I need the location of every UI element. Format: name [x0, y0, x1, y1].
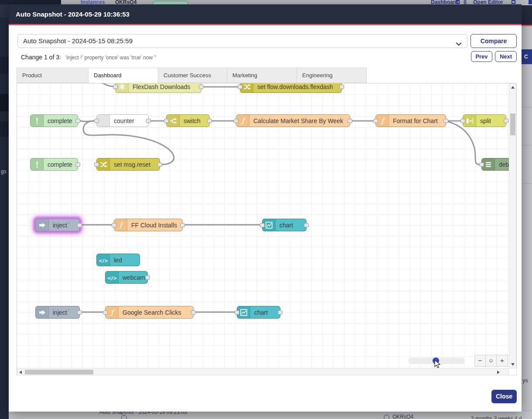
- zoom-slider[interactable]: [408, 357, 465, 364]
- input-port[interactable]: [103, 310, 108, 315]
- node-ffcloud[interactable]: ƒFF Cloud Installs: [114, 219, 183, 231]
- node-label: chart: [276, 222, 293, 229]
- snapshot-list-item[interactable]: Auto Snapshot - 2024-05-19 09:23:03: [99, 412, 187, 415]
- background-left-sidebar: gs: [0, 4, 9, 419]
- node-calc[interactable]: ƒCalculate Market Share By Week: [236, 114, 350, 127]
- tab-customer-success[interactable]: Customer Success: [158, 68, 227, 83]
- scroll-left-arrow-icon[interactable]: [19, 371, 22, 374]
- input-port[interactable]: [112, 223, 116, 227]
- clock-icon: [121, 415, 127, 419]
- external-link-icon: [456, 0, 460, 4]
- scroll-right-arrow-icon[interactable]: [497, 371, 500, 374]
- node-flexdash[interactable]: FlexDash Downloads: [115, 83, 201, 93]
- input-port[interactable]: [235, 310, 239, 315]
- output-port[interactable]: [278, 310, 283, 315]
- output-port[interactable]: [504, 119, 508, 123]
- input-port[interactable]: [460, 119, 465, 123]
- output-port[interactable]: [146, 119, 151, 123]
- background-sidebar-corner: [0, 0, 61, 4]
- node-counter[interactable]: counter: [96, 114, 149, 127]
- change-summary: Change 1 of 3: 'inject ¹' property 'once…: [21, 53, 156, 62]
- flow-canvas[interactable]: FlexDash Downloadsset flow.downloads.fle…: [17, 83, 509, 368]
- scroll-up-arrow-icon[interactable]: [511, 86, 515, 89]
- output-port[interactable]: [191, 310, 196, 315]
- output-port[interactable]: [75, 162, 80, 167]
- output-port[interactable]: [348, 119, 352, 123]
- node-chart1[interactable]: chart: [262, 219, 307, 231]
- node-led[interactable]: </>led: [96, 254, 140, 266]
- input-port[interactable]: [479, 162, 484, 167]
- output-port[interactable]: [145, 275, 150, 280]
- row-divider: [522, 183, 532, 184]
- node-label: debug: [495, 161, 509, 168]
- prev-change-button[interactable]: Prev: [471, 51, 492, 62]
- sidebar-block: [0, 57, 9, 74]
- tab-dashboard[interactable]: Dashboard: [89, 68, 158, 83]
- zoom-in-button[interactable]: +: [497, 355, 508, 366]
- horizontal-scroll-thumb[interactable]: [25, 370, 93, 374]
- tab-engineering[interactable]: Engineering: [297, 68, 367, 83]
- close-button[interactable]: Close: [491, 390, 517, 403]
- input-port[interactable]: [94, 119, 99, 123]
- scroll-down-arrow-icon[interactable]: [511, 363, 515, 366]
- node-switch[interactable]: switch: [166, 114, 210, 127]
- snapshot-select[interactable]: Auto Snapshot - 2024-05-15 08:25:59: [17, 34, 467, 48]
- flow-canvas-container: FlexDash Downloadsset flow.downloads.fle…: [17, 83, 517, 375]
- input-port[interactable]: [94, 162, 99, 167]
- node-gsc[interactable]: ƒGoogle Search Clicks: [105, 306, 194, 319]
- output-port[interactable]: [207, 119, 212, 123]
- node-complete2[interactable]: complete: [30, 158, 78, 171]
- change-counter-label: Change 1 of 3:: [21, 54, 61, 61]
- node-debug[interactable]: debug: [481, 158, 509, 171]
- node-webcam[interactable]: </>webcam: [105, 271, 148, 284]
- next-change-button[interactable]: Next: [495, 51, 517, 62]
- dashboard-link[interactable]: Dashboard: [431, 0, 458, 4]
- node-chart2[interactable]: chart: [237, 306, 280, 319]
- output-port[interactable]: [199, 85, 204, 89]
- node-inject2[interactable]: inject ¹: [35, 306, 80, 319]
- vertical-scroll-thumb[interactable]: [510, 113, 515, 135]
- output-port[interactable]: [77, 310, 82, 315]
- compare-button[interactable]: Compare: [471, 34, 517, 48]
- output-port[interactable]: [339, 85, 344, 89]
- output-port[interactable]: [304, 223, 309, 227]
- nav-edge-block: [529, 0, 532, 4]
- input-port[interactable]: [260, 223, 265, 227]
- node-label: switch: [180, 117, 201, 124]
- input-port[interactable]: [373, 119, 378, 123]
- node-split[interactable]: split: [463, 114, 506, 127]
- snapshot-select-value: Auto Snapshot - 2024-05-15 08:25:59: [23, 37, 133, 45]
- input-port[interactable]: [234, 119, 239, 123]
- compare-button-clipped[interactable]: C: [522, 49, 532, 64]
- node-setreset[interactable]: set msg.reset: [96, 158, 160, 171]
- zoom-slider-thumb[interactable]: [433, 357, 439, 364]
- node-label: Google Search Clicks: [119, 309, 181, 316]
- open-editor-link[interactable]: Open Editor: [473, 0, 503, 4]
- tab-marketing[interactable]: Marketing: [227, 68, 297, 83]
- zoom-reset-button[interactable]: ○: [486, 355, 497, 366]
- output-port[interactable]: [443, 119, 448, 123]
- code-icon: </>: [106, 271, 119, 283]
- sidebar-label-clipped[interactable]: gs: [1, 168, 7, 175]
- tab-product[interactable]: Product: [17, 68, 89, 83]
- output-port[interactable]: [157, 162, 162, 167]
- breadcrumb-instances[interactable]: Instances: [81, 0, 105, 4]
- input-port[interactable]: [164, 119, 169, 123]
- node-complete1[interactable]: complete: [30, 114, 78, 127]
- chevron-down-icon: [456, 38, 462, 52]
- input-port[interactable]: [238, 85, 242, 89]
- node-inject1[interactable]: inject ¹: [35, 219, 80, 231]
- output-port[interactable]: [180, 223, 185, 227]
- input-port[interactable]: [113, 85, 118, 89]
- output-port[interactable]: [75, 119, 80, 123]
- canvas-vertical-scrollbar[interactable]: [509, 83, 516, 368]
- output-port[interactable]: [77, 223, 82, 227]
- node-setflow[interactable]: set flow.downloads.flexdash: [240, 83, 342, 93]
- node-format[interactable]: ƒFormat for Chart: [375, 114, 446, 127]
- canvas-horizontal-scrollbar[interactable]: [17, 368, 509, 375]
- node-label: inject ¹: [49, 309, 69, 316]
- zoom-out-button[interactable]: −: [475, 355, 486, 366]
- node-label: counter: [110, 117, 134, 124]
- wire-format-to-debug: [448, 122, 479, 165]
- inject-arrow-icon: [36, 306, 49, 318]
